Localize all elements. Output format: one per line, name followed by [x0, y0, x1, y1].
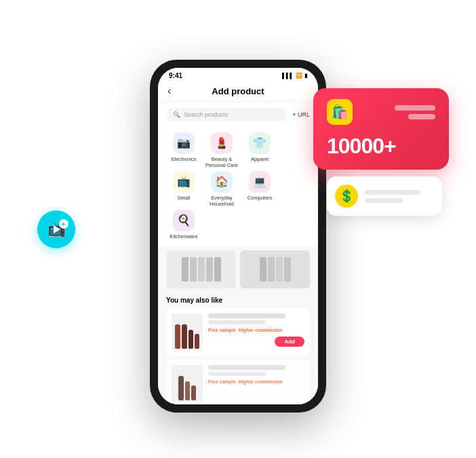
dollar-coin-icon: 💲 — [335, 185, 358, 208]
apparel-icon: 👕 — [249, 132, 271, 154]
tag-higher-commission-2: Higher commission — [239, 379, 283, 384]
add-button-1[interactable]: Add — [275, 337, 304, 347]
app-header: ‹ Add product — [158, 82, 318, 102]
household-icon: 🏠 — [211, 171, 233, 193]
product-name-bar-2 — [208, 365, 285, 370]
product-tags-2: Free sample Higher commission — [208, 379, 304, 384]
phone-screen: 9:41 ▌▌▌ 🛜 ▮ ‹ Add product 🔍 Search prod… — [158, 68, 318, 404]
product-image-2 — [172, 365, 203, 402]
also-like-section: You may also like — [158, 292, 318, 404]
kitchenware-label: Kitchenware — [170, 233, 197, 240]
url-button[interactable]: + URL — [292, 111, 310, 118]
status-time: 9:41 — [169, 72, 182, 79]
product-card-1[interactable]: Free sample Higher commission Add — [166, 308, 310, 356]
card-decoration-lines — [395, 105, 435, 119]
product-thumb-1[interactable] — [166, 250, 236, 288]
back-button[interactable]: ‹ — [167, 85, 171, 97]
apparel-label: Apparel — [251, 156, 269, 162]
tag-free-sample-2: Free sample — [208, 379, 236, 384]
category-kitchenware[interactable]: 🍳 Kitchenware — [166, 210, 201, 240]
scene: 9:41 ▌▌▌ 🛜 ▮ ‹ Add product 🔍 Search prod… — [0, 0, 476, 458]
small-label: Small — [178, 195, 191, 201]
product-card-2[interactable]: Free sample Higher commission — [166, 360, 310, 404]
plus-badge: + — [59, 219, 68, 229]
dollar-info-card: 💲 — [327, 176, 442, 216]
search-placeholder: Search products — [184, 111, 229, 118]
search-area: 🔍 Search products + URL — [158, 102, 318, 127]
product-image-1 — [172, 313, 203, 350]
card-top-row: 🛍️ — [327, 99, 435, 125]
status-icons: ▌▌▌ 🛜 ▮ — [282, 73, 307, 79]
search-box[interactable]: 🔍 Search products — [166, 108, 287, 121]
household-label: Everyday Household — [204, 195, 239, 207]
product-tags-1: Free sample Higher commission — [208, 328, 304, 332]
category-computers[interactable]: 💻 Computers — [242, 171, 277, 207]
play-video-bubble[interactable]: 📺 + — [37, 210, 75, 248]
small-icon: 📺 — [173, 171, 195, 193]
kitchenware-icon: 🍳 — [173, 210, 195, 231]
product-desc-bar — [208, 320, 266, 324]
product-thumbnails — [158, 246, 318, 292]
product-desc-bar-2 — [208, 372, 266, 376]
wifi-icon: 🛜 — [296, 73, 302, 79]
beauty-label: Beauty & Personal Care — [204, 156, 239, 168]
category-apparel[interactable]: 👕 Apparel — [242, 132, 277, 168]
card-line-1 — [395, 105, 435, 111]
play-icon-wrapper: 📺 + — [47, 221, 66, 238]
add-btn-row-1: Add — [208, 337, 304, 347]
beauty-icon: 💄 — [211, 132, 233, 154]
dollar-line-2 — [365, 198, 403, 203]
computers-icon: 💻 — [249, 171, 271, 193]
search-icon: 🔍 — [173, 111, 180, 118]
card-number: 10000+ — [327, 134, 435, 159]
electronics-label: Electronics — [172, 156, 197, 162]
category-beauty[interactable]: 💄 Beauty & Personal Care — [204, 132, 239, 168]
tag-higher-commission: Higher commission — [239, 328, 283, 332]
category-small[interactable]: 📺 Small — [166, 171, 201, 207]
card-line-2 — [408, 114, 435, 119]
product-info-2: Free sample Higher commission — [208, 365, 304, 384]
category-electronics[interactable]: 📷 Electronics — [166, 132, 201, 168]
dollar-card-lines — [365, 190, 434, 203]
tag-free-sample: Free sample — [208, 328, 236, 332]
phone-mockup: 9:41 ▌▌▌ 🛜 ▮ ‹ Add product 🔍 Search prod… — [150, 60, 326, 413]
also-like-title: You may also like — [166, 297, 310, 304]
page-title: Add product — [212, 86, 264, 96]
product-info-1: Free sample Higher commission Add — [208, 313, 304, 347]
signal-icon: ▌▌▌ — [282, 73, 294, 79]
category-household[interactable]: 🏠 Everyday Household — [204, 171, 239, 207]
product-thumb-2[interactable] — [240, 250, 310, 288]
shopping-bag-icon: 🛍️ — [327, 99, 353, 125]
product-name-bar — [208, 313, 285, 318]
electronics-icon: 📷 — [173, 132, 195, 154]
status-bar: 9:41 ▌▌▌ 🛜 ▮ — [158, 68, 318, 82]
battery-icon: ▮ — [304, 73, 307, 79]
dollar-line-1 — [365, 190, 420, 195]
categories-grid: 📷 Electronics 💄 Beauty & Personal Care 👕… — [158, 127, 318, 246]
red-promo-card: 🛍️ 10000+ — [313, 88, 449, 170]
computers-label: Computers — [247, 195, 273, 201]
